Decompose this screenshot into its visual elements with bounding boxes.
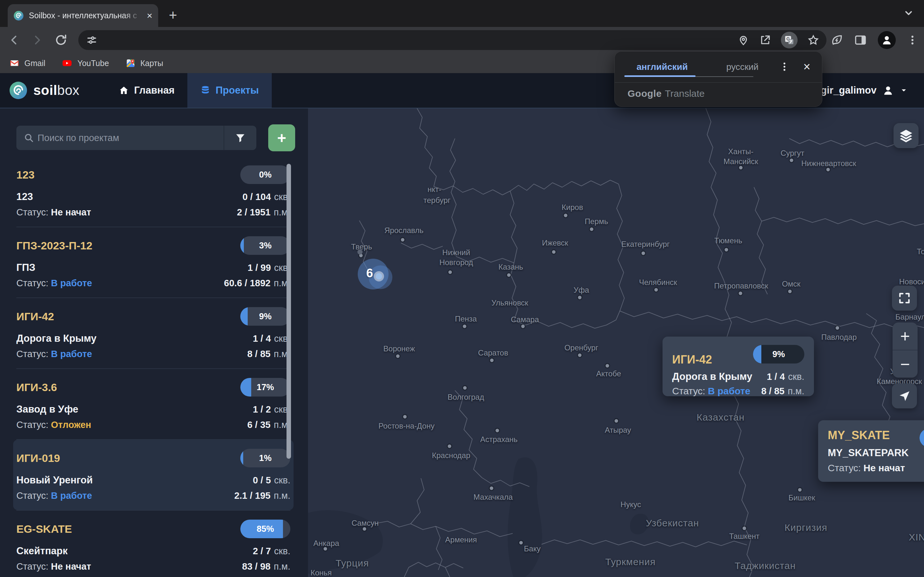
map-marker-dot[interactable] xyxy=(357,250,363,255)
zoom-out-button[interactable]: − xyxy=(893,350,918,378)
map-city-label: Нижневартовск xyxy=(801,158,856,168)
tab-close-icon[interactable]: × xyxy=(147,11,152,21)
sidebar-scrollbar[interactable] xyxy=(286,164,291,459)
battery-saver-leaf-icon[interactable] xyxy=(830,34,843,47)
location-pin-icon[interactable] xyxy=(737,34,750,46)
city-dot xyxy=(578,296,582,300)
project-card[interactable]: ИГИ-42 9% Дорога в Крыму 1 / 4скв. Стату… xyxy=(16,298,290,368)
map[interactable]: нкт-тербургКировПермьЯрославльТверьИжевс… xyxy=(308,108,924,577)
browser-tabstrip: Soilbox - интеллектуальная с × + xyxy=(0,0,924,27)
layers-button[interactable] xyxy=(893,123,919,148)
profile-avatar[interactable] xyxy=(878,31,896,49)
google-translate-icon[interactable]: G xyxy=(781,32,798,48)
project-code: ИГИ-42 xyxy=(16,310,54,323)
map-city-label: Томск xyxy=(917,247,924,256)
wells-count: 0 / 104скв. xyxy=(242,192,290,202)
project-name: Завод в Уфе xyxy=(16,404,78,415)
map-city-label: тербург xyxy=(423,195,451,205)
bookmark-maps[interactable]: Карты xyxy=(126,58,163,68)
new-tab-button[interactable]: + xyxy=(165,8,181,23)
map-city-label: Ижевск xyxy=(542,238,568,248)
meters-count: 8 / 85п.м. xyxy=(247,349,290,359)
popup-wells: 1 / 4скв. xyxy=(767,372,804,382)
project-status: Статус:Не начат xyxy=(16,207,91,218)
city-dot xyxy=(507,274,511,277)
map-city-label: Саратов xyxy=(478,348,508,358)
filter-button[interactable] xyxy=(224,126,256,150)
translate-options-icon[interactable] xyxy=(779,61,790,72)
map-city-label: Астрахань xyxy=(480,434,518,444)
translate-tab-english[interactable]: английский xyxy=(636,62,688,72)
project-code: 123 xyxy=(16,169,35,181)
cluster-marker[interactable]: 6 xyxy=(366,266,373,280)
tabstrip-chevron-down-icon[interactable] xyxy=(902,6,915,19)
open-in-new-icon[interactable] xyxy=(759,34,771,46)
browser-menu-icon[interactable] xyxy=(907,34,918,46)
project-code: ИГИ-019 xyxy=(16,452,60,464)
project-card[interactable]: ИГИ-019 1% Новый Уренгой 0 / 5скв. Стату… xyxy=(13,440,294,510)
popup-project-name: Дорога в Крыму xyxy=(672,371,752,382)
google-maps-icon xyxy=(126,58,136,68)
bookmark-gmail[interactable]: Gmail xyxy=(10,58,45,68)
forward-button[interactable] xyxy=(31,34,44,47)
tune-icon[interactable] xyxy=(86,34,97,46)
map-city-label: Уфа xyxy=(573,285,589,295)
nav-item-projects[interactable]: Проекты xyxy=(187,73,272,108)
project-name: Дорога в Крыму xyxy=(16,333,97,344)
map-city-label: Оренбург xyxy=(564,343,598,353)
nav-item-home[interactable]: Главная xyxy=(106,73,187,108)
project-name: ГПЗ xyxy=(16,262,35,274)
address-bar[interactable]: G xyxy=(78,30,827,50)
reload-button[interactable] xyxy=(55,34,67,47)
soilbox-logo[interactable]: soilbox xyxy=(9,73,79,108)
progress-badge: 17% xyxy=(240,378,290,396)
project-card[interactable]: 123 0% 123 0 / 104скв. Статус:Не начат 2… xyxy=(16,156,290,227)
wells-count: 2 / 7скв. xyxy=(253,546,290,556)
cluster-pin-dot[interactable] xyxy=(376,273,382,279)
layers-icon xyxy=(899,128,913,143)
project-card[interactable]: ИГИ-3.6 17% Завод в Уфе 1 / 2скв. Статус… xyxy=(16,369,290,439)
browser-toolbar: G xyxy=(0,27,924,53)
bookmark-youtube[interactable]: YouTube xyxy=(62,58,109,68)
popup-progress-badge: 9% xyxy=(753,345,804,364)
city-dot xyxy=(642,251,645,255)
browser-tab[interactable]: Soilbox - интеллектуальная с × xyxy=(8,4,158,27)
bookmark-star-icon[interactable] xyxy=(807,34,819,46)
url-input[interactable] xyxy=(97,30,737,50)
map-popup-myskate[interactable]: MY_SKATE MY_SKATEPARK Статус:Не начат xyxy=(818,420,924,482)
meters-count: 60.6 / 1892п.м. xyxy=(224,278,290,288)
tab-title: Soilbox - интеллектуальная с xyxy=(29,11,144,20)
map-city-label: Тюмень xyxy=(714,235,742,245)
zoom-in-button[interactable]: + xyxy=(893,322,918,350)
project-search[interactable] xyxy=(16,126,256,150)
search-icon xyxy=(23,132,34,143)
map-city-label: Конья xyxy=(310,568,332,577)
user-menu[interactable]: gir_galimov xyxy=(821,73,908,108)
main-nav: Главная Проекты xyxy=(106,73,272,108)
project-card[interactable]: ГПЗ-2023-П-12 3% ГПЗ 1 / 99скв. Статус:В… xyxy=(16,227,290,298)
popup-project-code: MY_SKATE xyxy=(828,429,890,442)
project-code: ИГИ-3.6 xyxy=(16,381,57,394)
project-list: 123 0% 123 0 / 104скв. Статус:Не начат 2… xyxy=(0,156,308,577)
city-dot xyxy=(448,445,451,448)
search-input[interactable] xyxy=(37,132,224,143)
popup-project-code: ИГИ-42 xyxy=(672,353,712,366)
city-dot xyxy=(606,364,609,367)
map-city-label: Павлодар xyxy=(821,332,857,342)
add-project-button[interactable]: + xyxy=(268,124,295,151)
map-popup-igi42[interactable]: ИГИ-42 9% Дорога в Крыму 1 / 4скв. Стату… xyxy=(662,337,814,396)
translate-tab-russian[interactable]: русский xyxy=(726,62,758,72)
soilbox-app: soilbox Главная Проекты gir_galimov xyxy=(0,73,924,577)
locate-button[interactable] xyxy=(892,384,917,408)
map-city-label: Казань xyxy=(498,262,523,272)
map-city-label: Актобе xyxy=(596,369,621,379)
project-card[interactable]: EG-SKATE 85% Скейтпарк 2 / 7скв. Статус:… xyxy=(16,511,290,577)
city-dot xyxy=(654,288,658,292)
progress-badge: 1% xyxy=(240,449,290,467)
project-name: Новый Уренгой xyxy=(16,474,93,486)
city-dot xyxy=(788,290,792,293)
fullscreen-button[interactable] xyxy=(892,285,917,311)
side-panel-icon[interactable] xyxy=(854,34,867,47)
translate-close-icon[interactable]: × xyxy=(803,61,811,73)
back-button[interactable] xyxy=(8,34,21,47)
